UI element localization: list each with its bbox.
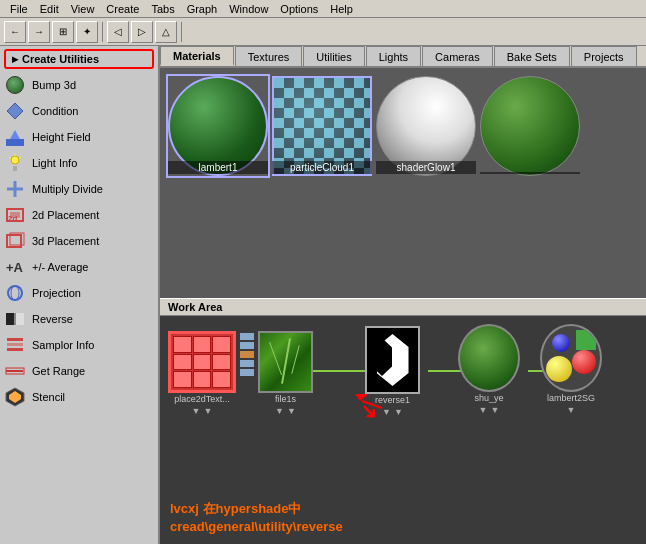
svg-rect-21	[7, 343, 23, 346]
toolbar-btn-star[interactable]: ✦	[76, 21, 98, 43]
tab-utilities[interactable]: Utilities	[303, 46, 364, 66]
multiplydivide-icon	[4, 178, 26, 200]
menu-edit[interactable]: Edit	[34, 2, 65, 16]
sidebar-item-bump3d[interactable]: Bump 3d	[0, 72, 158, 98]
tab-bakesets[interactable]: Bake Sets	[494, 46, 570, 66]
sidebar-item-3dplacement[interactable]: 3d Placement	[0, 228, 158, 254]
material-shaderglow1[interactable]: shaderGlow1	[376, 76, 476, 176]
material-lambert1-label: lambert1	[168, 161, 268, 174]
sidebar-item-getrange[interactable]: Get Range	[0, 358, 158, 384]
svg-rect-3	[13, 166, 17, 171]
node-lambert2sg-label: lambert2SG	[547, 393, 595, 403]
svg-text:2d: 2d	[8, 214, 17, 223]
material-shaderglow1-label: shaderGlow1	[376, 161, 476, 174]
sidebar-item-heightfield[interactable]: Height Field	[0, 124, 158, 150]
sidebar-item-2dplacement[interactable]: 2d 2d Placement	[0, 202, 158, 228]
toolbar-separator-1	[102, 22, 103, 42]
tab-projects[interactable]: Projects	[571, 46, 637, 66]
sidebar-item-lightinfo[interactable]: Light Info	[0, 150, 158, 176]
node-reverse-port-right: ▼	[394, 407, 403, 417]
placement2d-icon: 2d	[4, 204, 26, 226]
sidebar-item-samplorinfo[interactable]: Samplor Info	[0, 332, 158, 358]
node-shuye-port-right: ▼	[491, 405, 500, 415]
stencil-icon	[4, 386, 26, 408]
svg-rect-18	[16, 313, 24, 325]
node-place2d[interactable]: place2dText... ▼ ▼	[168, 331, 236, 416]
sidebar-item-multiplydivide[interactable]: Multiply Divide	[0, 176, 158, 202]
menu-options[interactable]: Options	[274, 2, 324, 16]
menu-window[interactable]: Window	[223, 2, 274, 16]
work-area[interactable]: place2dText... ▼ ▼ file1s ▼ ▼	[160, 316, 646, 544]
node-shuye[interactable]: shu_ye ▼ ▼	[458, 324, 520, 415]
menu-graph[interactable]: Graph	[181, 2, 224, 16]
toolbar-btn-up[interactable]: △	[155, 21, 177, 43]
svg-rect-19	[14, 313, 16, 325]
sidebar-label-stencil: Stencil	[32, 391, 65, 403]
sidebar-label-heightfield: Height Field	[32, 131, 91, 143]
sidebar-item-condition[interactable]: Condition	[0, 98, 158, 124]
sidebar-item-projection[interactable]: Projection	[0, 280, 158, 306]
toolbar-btn-grid[interactable]: ⊞	[52, 21, 74, 43]
sidebar-list: Bump 3d Condition Height Field	[0, 72, 158, 544]
sidebar-item-stencil[interactable]: Stencil	[0, 384, 158, 410]
material-green2-label	[480, 172, 580, 174]
svg-point-15	[8, 286, 22, 300]
material-lambert1[interactable]: lambert1	[168, 76, 268, 176]
materials-area: lambert1 particleCloud1 shaderGlow1	[160, 68, 646, 298]
annotation-text: lvcxj 在hypershade中 cread\general\utility…	[170, 500, 343, 536]
sidebar-label-average: +/- Average	[32, 261, 88, 273]
material-particlecloud1[interactable]: particleCloud1	[272, 76, 372, 176]
tab-textures[interactable]: Textures	[235, 46, 303, 66]
svg-rect-0	[6, 139, 24, 146]
sidebar-label-2dplacement: 2d Placement	[32, 209, 99, 221]
node-place2d-port-right: ▼	[204, 406, 213, 416]
sidebar-label-lightinfo: Light Info	[32, 157, 77, 169]
annotation-line2: cread\general\utility\reverse	[170, 518, 343, 536]
menu-bar: File Edit View Create Tabs Graph Window …	[0, 0, 646, 18]
work-area-header: Work Area	[160, 298, 646, 316]
sidebar: Create Utilities Bump 3d Condition	[0, 46, 160, 544]
svg-line-6	[9, 157, 11, 159]
sidebar-label-reverse: Reverse	[32, 313, 73, 325]
projection-icon	[4, 282, 26, 304]
menu-create[interactable]: Create	[100, 2, 145, 16]
toolbar-btn-back[interactable]: ←	[4, 21, 26, 43]
svg-rect-20	[7, 338, 23, 341]
sidebar-item-average[interactable]: +A +/- Average	[0, 254, 158, 280]
node-file-port-right: ▼	[287, 406, 296, 416]
svg-rect-17	[6, 313, 14, 325]
node-shuye-label: shu_ye	[474, 393, 503, 403]
tab-materials[interactable]: Materials	[160, 46, 234, 66]
samplorinfo-icon	[4, 334, 26, 356]
svg-point-16	[11, 286, 19, 300]
tab-cameras[interactable]: Cameras	[422, 46, 493, 66]
tab-lights[interactable]: Lights	[366, 46, 421, 66]
menu-file[interactable]: File	[4, 2, 34, 16]
sidebar-header[interactable]: Create Utilities	[4, 49, 154, 69]
sidebar-label-multiplydivide: Multiply Divide	[32, 183, 103, 195]
sidebar-item-reverse[interactable]: Reverse	[0, 306, 158, 332]
toolbar-btn-forward[interactable]: →	[28, 21, 50, 43]
getrange-icon	[4, 360, 26, 382]
work-area-title: Work Area	[168, 301, 222, 313]
toolbar-btn-left[interactable]: ◁	[107, 21, 129, 43]
menu-help[interactable]: Help	[324, 2, 359, 16]
node-file-label: file1s	[275, 394, 296, 404]
svg-text:+A: +A	[6, 260, 24, 275]
node-lambert2sg-port-left: ▼	[567, 405, 576, 415]
reverse-icon	[4, 308, 26, 330]
node-file[interactable]: file1s ▼ ▼	[258, 331, 313, 416]
sidebar-label-getrange: Get Range	[32, 365, 85, 377]
menu-view[interactable]: View	[65, 2, 101, 16]
svg-rect-22	[7, 348, 23, 351]
heightfield-icon	[4, 126, 26, 148]
node-lambert2sg[interactable]: lambert2SG ▼	[540, 324, 602, 415]
condition-icon	[4, 100, 26, 122]
toolbar-btn-right[interactable]: ▷	[131, 21, 153, 43]
menu-tabs[interactable]: Tabs	[145, 2, 180, 16]
average-icon: +A	[4, 256, 26, 278]
tabs-bar: Materials Textures Utilities Lights Came…	[160, 46, 646, 68]
sidebar-label-3dplacement: 3d Placement	[32, 235, 99, 247]
node-file-port-left: ▼	[275, 406, 284, 416]
material-green2[interactable]	[480, 76, 580, 176]
